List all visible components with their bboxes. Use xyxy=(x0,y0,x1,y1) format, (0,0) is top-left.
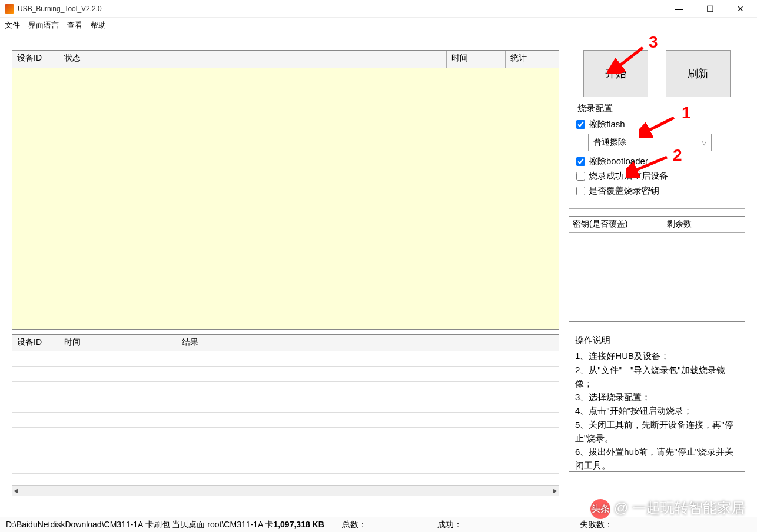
table-row xyxy=(12,397,559,413)
table-row xyxy=(12,382,559,397)
config-title: 烧录配置 xyxy=(575,103,615,114)
table-row xyxy=(12,413,559,428)
key-col-overwrite[interactable]: 密钥(是否覆盖) xyxy=(569,217,663,232)
key-table: 密钥(是否覆盖) 剩余数 xyxy=(569,216,745,322)
instructions-title: 操作说明 xyxy=(575,333,739,347)
menu-bar: 文件 界面语言 查看 帮助 xyxy=(0,18,757,33)
instructions-panel: 操作说明 1、连接好HUB及设备； 2、从"文件"—"导入烧录包"加载烧录镜像；… xyxy=(569,328,745,472)
close-button[interactable]: ✕ xyxy=(729,1,752,17)
table-row xyxy=(12,428,559,443)
status-bar: D:\BaiduNetdiskDownload\CM311-1A 卡刷包 当贝桌… xyxy=(0,517,757,532)
scroll-left-icon[interactable]: ◀ xyxy=(14,487,18,494)
result-table: 设备ID 时间 结果 ◀ ▶ xyxy=(12,334,559,496)
menu-help[interactable]: 帮助 xyxy=(91,20,106,31)
horizontal-scrollbar[interactable]: ◀ ▶ xyxy=(12,485,559,496)
title-bar: USB_Burning_Tool_V2.2.0 — ☐ ✕ xyxy=(0,0,757,18)
result-body xyxy=(12,351,559,485)
instruction-line: 6、拔出外置hub前，请先"停止"烧录并关闭工具。 xyxy=(575,445,739,473)
app-icon xyxy=(5,4,14,14)
menu-view[interactable]: 查看 xyxy=(67,20,82,31)
status-success: 成功： xyxy=(437,520,462,530)
instruction-line: 1、连接好HUB及设备； xyxy=(575,349,739,363)
table-row xyxy=(12,367,559,382)
erase-mode-dropdown[interactable]: 普通擦除 ▽ xyxy=(588,134,712,151)
instruction-line: 3、选择烧录配置； xyxy=(575,390,739,404)
instruction-line: 2、从"文件"—"导入烧录包"加载烧录镜像； xyxy=(575,363,739,391)
col-status[interactable]: 状态 xyxy=(59,51,447,68)
menu-file[interactable]: 文件 xyxy=(5,20,20,31)
erase-flash-checkbox[interactable] xyxy=(576,120,585,129)
col2-time[interactable]: 时间 xyxy=(59,335,177,351)
chevron-down-icon: ▽ xyxy=(702,139,706,147)
col-time[interactable]: 时间 xyxy=(447,51,506,68)
key-col-remaining[interactable]: 剩余数 xyxy=(663,217,745,232)
instruction-line: 4、点击"开始"按钮启动烧录； xyxy=(575,404,739,417)
erase-bootloader-label: 擦除bootloader xyxy=(589,156,648,167)
erase-mode-value: 普通擦除 xyxy=(593,137,626,148)
reboot-after-checkbox[interactable] xyxy=(576,172,585,181)
col-device-id[interactable]: 设备ID xyxy=(12,51,59,68)
refresh-button[interactable]: 刷新 xyxy=(666,50,731,97)
col2-device-id[interactable]: 设备ID xyxy=(12,335,59,351)
reboot-after-label: 烧录成功后重启设备 xyxy=(589,171,668,182)
col-stat[interactable]: 统计 xyxy=(506,51,559,68)
window-title: USB_Burning_Tool_V2.2.0 xyxy=(18,5,668,13)
start-button[interactable]: 开始 xyxy=(583,50,648,97)
erase-flash-label: 擦除flash xyxy=(589,119,625,130)
overwrite-key-checkbox[interactable] xyxy=(576,187,585,195)
status-path: D:\BaiduNetdiskDownload\CM311-1A 卡刷包 当贝桌… xyxy=(6,520,324,530)
overwrite-key-label: 是否覆盖烧录密钥 xyxy=(589,185,659,197)
table-row xyxy=(12,458,559,474)
table-row xyxy=(12,351,559,367)
burn-config-panel: 烧录配置 擦除flash 普通擦除 ▽ 擦除bootloader 烧录成功后重启… xyxy=(569,109,745,209)
instruction-line: 5、关闭工具前，先断开设备连接，再"停止"烧录。 xyxy=(575,418,739,445)
device-status-table: 设备ID 状态 时间 统计 xyxy=(12,50,559,330)
erase-bootloader-checkbox[interactable] xyxy=(576,157,585,166)
col2-result[interactable]: 结果 xyxy=(177,335,559,351)
device-status-body xyxy=(12,68,559,329)
status-total: 总数： xyxy=(342,520,367,530)
menu-language[interactable]: 界面语言 xyxy=(28,20,59,31)
scroll-right-icon[interactable]: ▶ xyxy=(553,487,557,494)
status-fail: 失败数： xyxy=(580,520,613,530)
table-row xyxy=(12,443,559,458)
minimize-button[interactable]: — xyxy=(668,1,691,17)
maximize-button[interactable]: ☐ xyxy=(698,1,722,17)
